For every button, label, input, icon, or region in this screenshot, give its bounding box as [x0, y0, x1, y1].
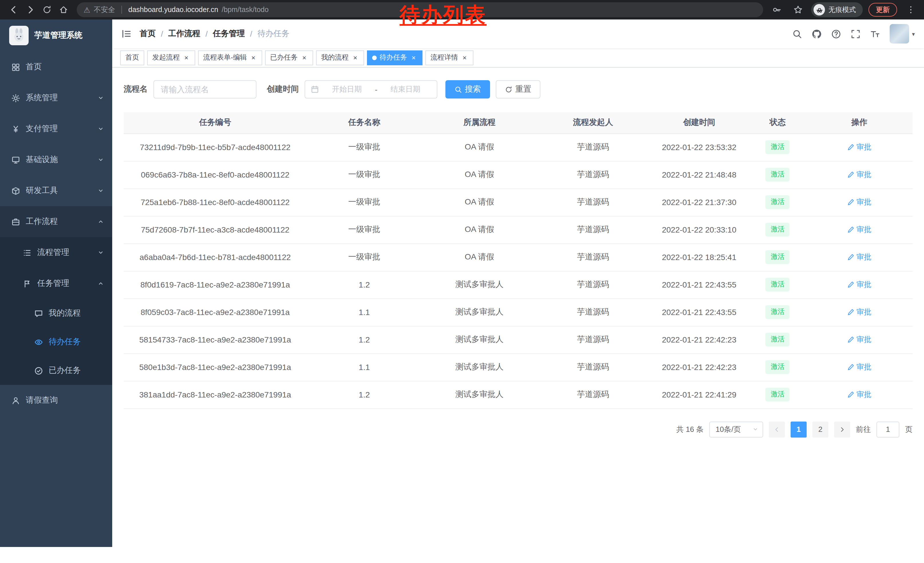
breadcrumb-task-mgmt[interactable]: 任务管理 — [213, 29, 245, 39]
search-button[interactable]: 搜索 — [446, 80, 490, 99]
cell-task-name: 一级审批 — [307, 188, 422, 216]
sidebar-item-task-mgmt[interactable]: 任务管理 — [0, 268, 112, 299]
collapse-sidebar-icon[interactable] — [122, 29, 132, 39]
page-button-2[interactable]: 2 — [812, 421, 828, 437]
sidebar-item-home[interactable]: 首页 — [0, 51, 112, 83]
close-icon[interactable]: × — [410, 54, 417, 61]
cell-created: 2022-01-21 22:43:55 — [649, 271, 749, 299]
page-button-1[interactable]: 1 — [790, 421, 807, 437]
bookmark-star-icon[interactable] — [790, 2, 806, 18]
cell-created: 2022-01-22 18:25:41 — [649, 243, 749, 271]
approve-link-label: 审批 — [856, 142, 872, 152]
cell-process: 测试多审批人 — [422, 353, 537, 381]
sidebar-item-my-process[interactable]: 我的流程 — [0, 299, 112, 327]
approve-link[interactable]: 审批 — [847, 307, 872, 317]
back-icon[interactable] — [6, 2, 21, 18]
eye-icon — [34, 338, 43, 346]
page-size-select[interactable]: 10条/页 — [710, 421, 763, 437]
approve-link[interactable]: 审批 — [847, 170, 872, 180]
sidebar-item-infra[interactable]: 基础设施 — [0, 144, 112, 175]
forward-icon[interactable] — [22, 2, 38, 18]
chevron-up-icon — [98, 280, 104, 287]
sidebar-item-todo-task[interactable]: 待办任务 — [0, 327, 112, 356]
reset-button[interactable]: 重置 — [496, 80, 540, 99]
approve-link[interactable]: 审批 — [847, 225, 872, 235]
sidebar-item-label: 基础设施 — [26, 155, 58, 165]
approve-link-label: 审批 — [856, 389, 872, 400]
approve-link[interactable]: 审批 — [847, 279, 872, 290]
close-icon[interactable]: × — [250, 54, 257, 61]
sidebar-item-system[interactable]: 系统管理 — [0, 83, 112, 113]
home-icon[interactable] — [56, 2, 71, 18]
cell-task-id: a6aba0a4-7b6d-11ec-b781-acde48001122 — [124, 243, 307, 271]
user-menu[interactable]: ▾ — [890, 24, 915, 44]
reset-button-label: 重置 — [515, 84, 531, 95]
tab-start-process[interactable]: 发起流程× — [147, 50, 195, 65]
approve-link[interactable]: 审批 — [847, 362, 872, 372]
cell-action: 审批 — [806, 271, 912, 299]
approve-link[interactable]: 审批 — [847, 335, 872, 345]
font-size-icon[interactable] — [870, 29, 880, 39]
goto-page-input[interactable] — [876, 421, 899, 437]
close-icon[interactable]: × — [351, 54, 359, 61]
help-icon[interactable] — [831, 29, 841, 39]
fullscreen-icon[interactable] — [851, 29, 861, 39]
logo[interactable]: 芋道管理系统 — [0, 20, 112, 51]
cell-task-id: 75d72608-7b7f-11ec-a3c8-acde48001122 — [124, 216, 307, 243]
github-icon[interactable] — [812, 29, 822, 39]
process-name-input[interactable] — [153, 80, 256, 99]
dashboard-icon — [12, 63, 20, 71]
cell-action: 审批 — [806, 188, 912, 216]
key-icon[interactable] — [769, 2, 784, 18]
cell-task-id: 069c6a63-7b8a-11ec-8ef0-acde48001122 — [124, 161, 307, 188]
sidebar-item-workflow[interactable]: 工作流程 — [0, 206, 112, 237]
tab-my-process[interactable]: 我的流程× — [316, 50, 364, 65]
approve-link[interactable]: 审批 — [847, 197, 872, 207]
cell-created: 2022-01-21 22:41:29 — [649, 381, 749, 408]
approve-link[interactable]: 审批 — [847, 389, 872, 400]
update-button[interactable]: 更新 — [868, 3, 897, 17]
cell-created: 2022-01-22 21:37:30 — [649, 188, 749, 216]
close-icon[interactable]: × — [461, 54, 468, 61]
sidebar-item-process-mgmt[interactable]: 流程管理 — [0, 237, 112, 268]
approve-link[interactable]: 审批 — [847, 252, 872, 262]
approve-link[interactable]: 审批 — [847, 142, 872, 152]
prev-page-button[interactable] — [769, 421, 785, 437]
main-area: 首页 / 工作流程 / 任务管理 / 待办任务 ▾ — [112, 20, 924, 547]
cell-task-name: 1.1 — [307, 299, 422, 326]
breadcrumb-workflow[interactable]: 工作流程 — [168, 29, 200, 39]
edit-icon — [847, 144, 854, 151]
tab-done-task[interactable]: 已办任务× — [265, 50, 313, 65]
cell-action: 审批 — [806, 161, 912, 188]
next-page-button[interactable] — [834, 421, 850, 437]
table-header-row: 任务编号 任务名称 所属流程 流程发起人 创建时间 状态 操作 — [124, 112, 912, 134]
sidebar-item-done-task[interactable]: 已办任务 — [0, 356, 112, 385]
table-row: 725a1eb6-7b88-11ec-8ef0-acde48001122一级审批… — [124, 188, 912, 216]
close-icon[interactable]: × — [300, 54, 308, 61]
tab-process-detail[interactable]: 流程详情× — [425, 50, 474, 65]
logo-title: 芋道管理系统 — [34, 30, 82, 41]
sidebar-item-payment[interactable]: 支付管理 — [0, 113, 112, 144]
breadcrumb-home[interactable]: 首页 — [140, 29, 156, 39]
search-icon[interactable] — [792, 29, 802, 39]
sidebar-item-devtools[interactable]: 研发工具 — [0, 175, 112, 206]
tab-todo-task[interactable]: 待办任务× — [367, 50, 423, 65]
tab-form-edit[interactable]: 流程表单-编辑× — [198, 50, 262, 65]
approve-link-label: 审批 — [856, 225, 872, 235]
date-range-picker[interactable]: 开始日期 - 结束日期 — [304, 80, 437, 99]
tab-home[interactable]: 首页 — [120, 50, 144, 65]
chevron-down-icon — [98, 249, 104, 256]
reload-icon[interactable] — [39, 2, 54, 18]
close-icon[interactable]: × — [183, 54, 190, 61]
avatar[interactable] — [890, 24, 909, 44]
url-domain: dashboard.yudao.iocoder.cn — [128, 6, 218, 14]
check-icon — [34, 366, 43, 375]
browser-menu-icon[interactable] — [903, 2, 918, 18]
cell-created: 2022-01-22 20:33:10 — [649, 216, 749, 243]
sidebar-item-leave-query[interactable]: 请假查询 — [0, 385, 112, 416]
search-button-label: 搜索 — [465, 84, 481, 95]
goto-label: 前往 — [856, 424, 871, 434]
tab-label: 流程表单-编辑 — [203, 53, 247, 62]
sidebar-item-label: 待办任务 — [49, 337, 81, 347]
tab-label: 发起流程 — [152, 53, 180, 62]
